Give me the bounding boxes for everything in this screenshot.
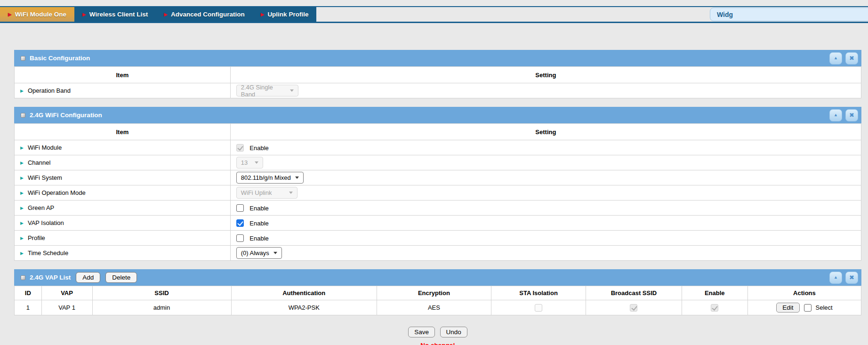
wifi-configuration-section: 2.4G WiFi Configuration ▲ ✖ Item Setting… (14, 107, 861, 261)
channel-label: ▶Channel (15, 155, 231, 170)
row-bullet-icon: ▶ (20, 251, 24, 256)
column-header-vap: VAP (41, 286, 92, 300)
time-schedule-select[interactable]: (0) Always (236, 247, 282, 259)
chevron-down-icon (295, 177, 299, 179)
collapse-arrow-icon: ▲ (834, 275, 838, 280)
wifi-system-label: ▶WiFi System (15, 170, 231, 185)
section-square-icon (21, 56, 25, 61)
row-bullet-icon: ▶ (20, 221, 24, 225)
row-bullet-icon: ▶ (20, 88, 24, 93)
close-button[interactable]: ✖ (845, 272, 858, 284)
chevron-down-icon (290, 89, 294, 92)
column-header-ssid: SSID (92, 286, 231, 300)
tab-wireless-client-list[interactable]: ▶ Wireless Client List (74, 7, 156, 22)
delete-button[interactable]: Delete (105, 272, 137, 283)
add-button[interactable]: Add (76, 272, 100, 283)
widget-button[interactable]: Widg (710, 8, 868, 21)
tab-uplink-profile[interactable]: ▶ Uplink Profile (253, 7, 317, 22)
row-bullet-icon: ▶ (20, 206, 24, 210)
operation-band-select[interactable]: 2.4G Single Band (236, 85, 298, 96)
edit-button[interactable]: Edit (776, 303, 799, 313)
close-button[interactable]: ✖ (845, 52, 858, 64)
tab-label: Wireless Client List (89, 11, 148, 18)
save-button[interactable]: Save (408, 327, 435, 337)
section-title: 2.4G WiFi Configuration (30, 112, 102, 119)
select-checkbox[interactable] (804, 304, 812, 312)
section-square-icon (21, 275, 25, 280)
column-header-authentication: Authentication (231, 286, 377, 300)
sta-isolation-checkbox[interactable] (535, 304, 542, 312)
wifi-system-select[interactable]: 802.11b/g/n Mixed (236, 172, 304, 184)
tab-label: WiFi Module One (15, 11, 66, 18)
vap-authentication-cell: WPA2-PSK (231, 300, 377, 315)
wifi-configuration-header: 2.4G WiFi Configuration ▲ ✖ (14, 107, 861, 123)
broadcast-ssid-checkbox[interactable] (630, 304, 637, 312)
vap-ssid-cell: admin (92, 300, 231, 315)
column-header-broadcast-ssid: Broadcast SSID (586, 286, 682, 300)
table-row: ▶Channel 13 (15, 155, 861, 170)
nav-divider-bottom (0, 22, 868, 23)
top-strip (0, 0, 868, 6)
column-header-id: ID (15, 286, 42, 300)
table-row: ▶Profile Enable (15, 231, 861, 246)
checkbox-label: Enable (249, 144, 268, 152)
time-schedule-label: ▶Time Schedule (15, 246, 231, 261)
vap-id-cell: 1 (15, 300, 42, 315)
column-header-setting: Setting (230, 67, 861, 83)
row-bullet-icon: ▶ (20, 191, 24, 195)
vap-encryption-cell: AES (377, 300, 491, 315)
vap-list-header: 2.4G VAP List Add Delete ▲ ✖ (14, 269, 861, 286)
close-button[interactable]: ✖ (845, 109, 858, 121)
tab-arrow-icon: ▶ (261, 12, 265, 17)
chevron-down-icon (273, 252, 277, 254)
undo-button[interactable]: Undo (440, 327, 467, 337)
tab-arrow-icon: ▶ (164, 12, 168, 17)
profile-enable-checkbox[interactable] (236, 234, 244, 242)
chevron-down-icon (289, 192, 293, 194)
basic-configuration-section: Basic Configuration ▲ ✖ Item Setting ▶Op… (14, 50, 861, 98)
vap-list-table: ID VAP SSID Authentication Encryption ST… (14, 286, 861, 315)
profile-label: ▶Profile (15, 231, 231, 246)
tab-arrow-icon: ▶ (82, 12, 86, 17)
row-bullet-icon: ▶ (20, 236, 24, 241)
collapse-button[interactable]: ▲ (829, 52, 842, 64)
collapse-button[interactable]: ▲ (829, 109, 842, 121)
wifi-configuration-table: Item Setting ▶WiFi Module Enable ▶Channe… (14, 123, 861, 261)
table-row: ▶Time Schedule (0) Always (15, 246, 861, 261)
green-ap-label: ▶Green AP (15, 201, 231, 216)
vap-isolation-enable-checkbox[interactable] (236, 219, 244, 227)
chevron-down-icon (255, 161, 258, 164)
status-message: No change! (14, 342, 861, 345)
column-header-item: Item (15, 67, 231, 83)
table-row: ▶Operation Band 2.4G Single Band (15, 83, 861, 98)
tab-arrow-icon: ▶ (8, 12, 12, 17)
wifi-module-enable-checkbox[interactable] (236, 144, 244, 152)
wifi-operation-mode-label: ▶WiFi Operation Mode (15, 185, 231, 201)
tab-advanced-configuration[interactable]: ▶ Advanced Configuration (156, 7, 252, 22)
vap-enable-checkbox[interactable] (711, 304, 718, 312)
column-header-actions: Actions (747, 286, 861, 300)
operation-band-label: ▶Operation Band (15, 83, 231, 98)
collapse-button[interactable]: ▲ (829, 272, 842, 284)
table-row: ▶Green AP Enable (15, 201, 861, 216)
close-icon: ✖ (849, 55, 854, 61)
main-content: Basic Configuration ▲ ✖ Item Setting ▶Op… (14, 50, 861, 315)
tab-label: Uplink Profile (267, 11, 308, 18)
table-row: ▶WiFi System 802.11b/g/n Mixed (15, 170, 861, 185)
section-title: 2.4G VAP List (30, 274, 71, 281)
section-title: Basic Configuration (30, 55, 90, 62)
nav-row: ▶ WiFi Module One ▶ Wireless Client List… (0, 7, 868, 22)
tab-wifi-module-one[interactable]: ▶ WiFi Module One (0, 7, 74, 22)
vap-list-section: 2.4G VAP List Add Delete ▲ ✖ ID VAP SSID… (14, 269, 861, 315)
channel-select[interactable]: 13 (236, 157, 263, 168)
table-row: ▶WiFi Module Enable (15, 140, 861, 155)
basic-configuration-table: Item Setting ▶Operation Band 2.4G Single… (14, 66, 861, 98)
collapse-arrow-icon: ▲ (834, 113, 838, 117)
close-icon: ✖ (849, 112, 854, 118)
collapse-arrow-icon: ▲ (834, 56, 838, 60)
select-label: Select (816, 304, 833, 311)
vap-name-cell: VAP 1 (41, 300, 92, 315)
column-header-setting: Setting (230, 124, 861, 140)
green-ap-enable-checkbox[interactable] (236, 204, 244, 212)
wifi-operation-mode-select[interactable]: WiFi Uplink (236, 187, 297, 199)
